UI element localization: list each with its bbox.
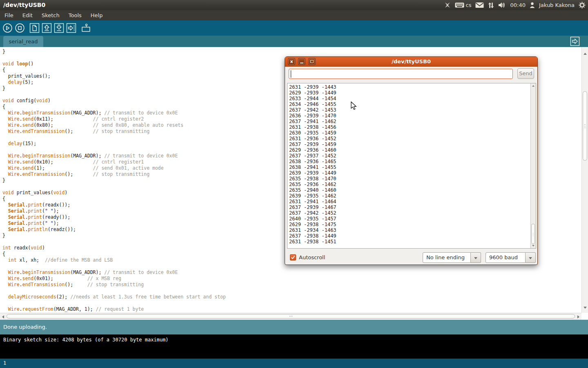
- serial-monitor-titlebar[interactable]: /dev/ttyUSB0 x: [285, 57, 537, 67]
- code-line: print_values();: [2, 73, 226, 79]
- code-line: }: [2, 85, 226, 92]
- scroll-left-arrow-icon[interactable]: [2, 315, 4, 319]
- code-line: Wire.beginTransmission(MAG_ADDR); // tra…: [2, 153, 226, 159]
- menu-file[interactable]: File: [0, 10, 18, 20]
- code-line: int readx(void): [2, 245, 226, 251]
- serial-line: 2638 -2941 -1455: [289, 164, 336, 170]
- scroll-right-arrow-icon[interactable]: [577, 315, 579, 319]
- serial-scrollbar[interactable]: [530, 83, 536, 248]
- session-gear-icon[interactable]: [579, 2, 586, 9]
- code-line: Wire.requestFrom(MAG_ADDR, 1); // reques…: [2, 306, 226, 312]
- code-line: {: [2, 104, 226, 110]
- open-button[interactable]: [41, 23, 52, 34]
- code-line: [2, 239, 226, 245]
- code-line: delayMicroseconds(2); //needs at least 1…: [2, 294, 226, 300]
- user-icon: [530, 2, 535, 8]
- serial-output-area[interactable]: 2631 -2939 -14432629 -2939 -14492633 -29…: [287, 83, 536, 249]
- menubar: File Edit Sketch Tools Help: [0, 10, 588, 20]
- code-line: delay(5);: [2, 79, 226, 85]
- check-icon: [290, 255, 296, 260]
- save-button[interactable]: [53, 23, 64, 34]
- status-message: Done uploading.: [3, 320, 47, 334]
- serial-line: 2629 -2939 -1449: [289, 90, 336, 96]
- code-line: Wire.beginTransmission(MAG_ADDR); // tra…: [2, 110, 226, 116]
- code-line: [2, 184, 226, 190]
- serial-scroll-thumb[interactable]: [531, 224, 535, 244]
- baud-rate-value[interactable]: 9600 baud: [486, 252, 526, 263]
- stop-button[interactable]: [14, 23, 25, 34]
- code-line: void loop(): [2, 61, 226, 67]
- code-line: [2, 288, 226, 294]
- horizontal-scroll-thumb[interactable]: [7, 314, 575, 319]
- volume-icon[interactable]: [498, 2, 506, 8]
- menu-tools[interactable]: Tools: [64, 10, 86, 20]
- serial-line: 2635 -2940 -1460: [289, 187, 336, 193]
- menu-edit[interactable]: Edit: [18, 10, 37, 20]
- new-sketch-button[interactable]: [29, 23, 40, 34]
- menu-help[interactable]: Help: [86, 10, 107, 20]
- user-name-label[interactable]: Jakub Kakona: [539, 2, 575, 8]
- code-line: Wire.send(0x10); // cntrl register1: [2, 159, 226, 165]
- close-button[interactable]: x: [288, 58, 295, 65]
- top-panel: /dev/ttyUSB0 cs: [0, 0, 588, 10]
- serial-line: 2634 -2946 -1455: [289, 101, 336, 107]
- line-ending-arrow-button[interactable]: [471, 252, 481, 263]
- autoscroll-checkbox[interactable]: [290, 254, 296, 260]
- mail-icon[interactable]: [475, 2, 484, 8]
- code-line: delay(15);: [2, 141, 226, 147]
- serial-line: 2637 -2937 -1452: [289, 153, 336, 159]
- upload-button[interactable]: [66, 23, 76, 34]
- tabbar: serial_read: [0, 36, 588, 47]
- code-line: Serial.println(readz());: [2, 227, 226, 233]
- code-line: Wire.send(1); // send 0x01, active mode: [2, 165, 226, 171]
- minimize-button[interactable]: [298, 58, 305, 65]
- verify-button[interactable]: [2, 23, 13, 34]
- serial-line: 2635 -2936 -1462: [289, 182, 336, 187]
- serial-scroll-up-icon[interactable]: [532, 85, 535, 87]
- serial-monitor-button[interactable]: [80, 23, 91, 34]
- code-area: } void loop(){ print_values(); delay(5);…: [2, 49, 226, 312]
- tab-serial-read[interactable]: serial_read: [3, 36, 43, 47]
- code-line: Serial.print(readx());: [2, 202, 226, 208]
- serial-line: 2631 -2939 -1443: [289, 84, 336, 90]
- serial-input-field[interactable]: [289, 69, 513, 79]
- text-caret: [291, 70, 291, 78]
- tab-menu-icon: [570, 36, 580, 46]
- scroll-down-arrow-icon[interactable]: [584, 307, 587, 309]
- indicator-applet-icon[interactable]: [445, 2, 451, 8]
- vertical-scroll-thumb[interactable]: [583, 91, 587, 161]
- code-line: Serial.print(" ");: [2, 220, 226, 227]
- code-line: }: [2, 177, 226, 184]
- editor-horizontal-scrollbar[interactable]: [0, 313, 581, 320]
- scroll-up-arrow-icon[interactable]: [584, 53, 587, 55]
- serial-scroll-down-icon[interactable]: [532, 245, 535, 247]
- clock-label[interactable]: 00:40: [510, 2, 525, 8]
- code-line: }: [2, 233, 226, 239]
- keyboard-layout-icon[interactable]: cs: [455, 2, 472, 8]
- serial-line: 2633 -2944 -1454: [289, 96, 336, 101]
- keyboard-layout-label: cs: [466, 2, 472, 8]
- editor-vertical-scrollbar[interactable]: [581, 47, 588, 313]
- autoscroll-label[interactable]: Autoscroll: [299, 254, 325, 260]
- chevron-down-icon: [474, 257, 477, 259]
- baud-rate-dropdown[interactable]: 9600 baud: [486, 252, 536, 263]
- serial-line: 2637 -2939 -1459: [289, 141, 336, 147]
- line-ending-value[interactable]: No line ending: [423, 252, 471, 263]
- network-sync-icon[interactable]: [488, 2, 494, 9]
- maximize-button[interactable]: [308, 58, 316, 65]
- code-line: Wire.send(0x01); // x MSB reg: [2, 276, 226, 282]
- serial-line: 2636 -2939 -1470: [289, 113, 336, 119]
- serial-output-lines: 2631 -2939 -14432629 -2939 -14492633 -29…: [289, 84, 336, 245]
- tab-menu-button[interactable]: [570, 36, 580, 46]
- console-output: Binary sketch size: 4208 bytes (of a 307…: [3, 337, 169, 343]
- code-line: void print_values(void): [2, 190, 226, 196]
- baud-rate-arrow-button[interactable]: [526, 252, 536, 263]
- verify-icon: [2, 23, 13, 33]
- menu-sketch[interactable]: Sketch: [37, 10, 64, 20]
- status-bar: Done uploading.: [0, 320, 588, 334]
- serial-line: 2637 -2942 -1453: [289, 107, 336, 113]
- code-line: Wire.send(0x11); // cntrl register2: [2, 116, 226, 122]
- line-ending-dropdown[interactable]: No line ending: [423, 252, 481, 263]
- send-button[interactable]: Send: [517, 68, 534, 79]
- serial-monitor-title: /dev/ttyUSB0: [285, 57, 537, 67]
